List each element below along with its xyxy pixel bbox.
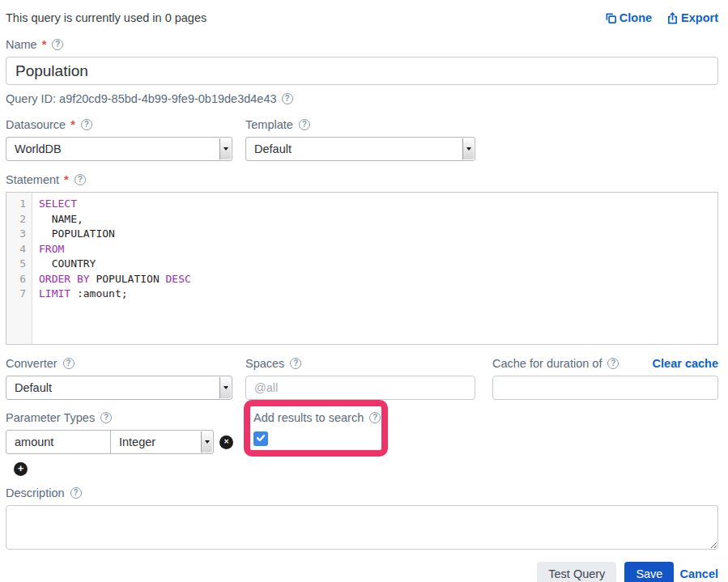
parameter-types-label: Parameter Types ? xyxy=(6,411,245,424)
code-line: 5 COUNTRY xyxy=(6,257,717,272)
add-results-label: Add results to search ? xyxy=(253,411,381,424)
code-line: 2 NAME, xyxy=(6,212,717,227)
spaces-field: Spaces ? xyxy=(245,357,475,400)
required-marker: * xyxy=(64,173,69,186)
usage-text: This query is currently used in 0 pages xyxy=(6,11,206,24)
template-field: Template ? Default xyxy=(245,118,475,161)
spaces-input[interactable] xyxy=(245,376,475,400)
converter-field: Converter ? Default xyxy=(6,357,232,400)
converter-label: Converter ? xyxy=(6,357,232,370)
editor-lines: 1SELECT2 NAME,3 POPULATION4FROM5 COUNTRY… xyxy=(6,197,717,302)
top-bar: This query is currently used in 0 pages … xyxy=(6,11,718,24)
datasource-field: Datasource * ? WorldDB xyxy=(6,118,232,161)
description-label: Description ? xyxy=(6,486,718,499)
test-query-button[interactable]: Test Query xyxy=(537,562,616,582)
code-line: 7LIMIT :amount; xyxy=(6,287,717,302)
add-results-field: Add results to search ? xyxy=(253,411,381,446)
required-marker: * xyxy=(70,118,75,131)
query-editor-page: This query is currently used in 0 pages … xyxy=(0,0,728,582)
parameter-types-field: Parameter Types ? Integer ✕ + xyxy=(6,411,245,476)
add-parameter-button[interactable]: + xyxy=(14,462,28,476)
code-line: 6ORDER BY POPULATION DESC xyxy=(6,272,717,287)
check-icon xyxy=(256,431,266,446)
help-icon[interactable]: ? xyxy=(75,174,86,185)
datasource-select[interactable]: WorldDB xyxy=(6,137,232,161)
form-actions: Test Query Save Cancel xyxy=(6,562,718,582)
cancel-button[interactable]: Cancel xyxy=(679,567,718,580)
dropdown-arrow-icon xyxy=(201,431,212,452)
highlight-annotation xyxy=(244,400,388,457)
help-icon[interactable]: ? xyxy=(63,358,75,369)
help-icon[interactable]: ? xyxy=(369,412,381,423)
datasource-template-row: Datasource * ? WorldDB Template ? Defaul… xyxy=(6,118,718,161)
clear-cache-button[interactable]: Clear cache xyxy=(653,357,718,370)
help-icon[interactable]: ? xyxy=(290,358,301,369)
parameter-name-input[interactable] xyxy=(6,430,111,454)
cache-duration-input[interactable] xyxy=(492,376,718,400)
description-field: Description ? xyxy=(6,486,718,553)
dropdown-arrow-icon xyxy=(219,377,231,398)
add-results-checkbox[interactable] xyxy=(253,431,268,446)
name-input[interactable] xyxy=(6,57,718,85)
template-selected-value: Default xyxy=(254,142,292,155)
parameter-type-select[interactable]: Integer xyxy=(110,430,214,454)
sql-code-editor[interactable]: 1SELECT2 NAME,3 POPULATION4FROM5 COUNTRY… xyxy=(6,192,718,345)
help-icon[interactable]: ? xyxy=(52,39,63,50)
statement-field: Statement * ? 1SELECT2 NAME,3 POPULATION… xyxy=(6,173,718,345)
spaces-label: Spaces ? xyxy=(245,357,475,370)
export-icon xyxy=(666,12,679,24)
template-select[interactable]: Default xyxy=(245,137,475,161)
help-icon[interactable]: ? xyxy=(81,119,92,130)
dropdown-arrow-icon xyxy=(219,138,231,159)
help-icon[interactable]: ? xyxy=(607,358,619,369)
dropdown-arrow-icon xyxy=(462,138,474,159)
top-actions: Clone Export xyxy=(605,11,718,24)
help-icon[interactable]: ? xyxy=(282,93,293,104)
template-label: Template ? xyxy=(245,118,475,131)
remove-parameter-button[interactable]: ✕ xyxy=(219,435,233,449)
datasource-label: Datasource * ? xyxy=(6,118,232,131)
help-icon[interactable]: ? xyxy=(100,412,112,423)
export-label: Export xyxy=(681,11,718,24)
datasource-selected-value: WorldDB xyxy=(15,142,62,155)
required-marker: * xyxy=(42,38,47,51)
converter-selected-value: Default xyxy=(15,381,52,394)
query-id: Query ID: a9f20cd9-85bd-4b99-9fe9-0b19de… xyxy=(6,92,718,105)
name-label: Name * ? xyxy=(6,38,718,51)
name-field: Name * ? xyxy=(6,38,718,85)
statement-label: Statement * ? xyxy=(6,173,718,186)
description-textarea[interactable] xyxy=(6,505,718,550)
cache-field: Cache for duration of ? Clear cache xyxy=(492,357,718,400)
save-button[interactable]: Save xyxy=(624,562,674,582)
clone-button[interactable]: Clone xyxy=(605,11,652,24)
export-button[interactable]: Export xyxy=(666,11,718,24)
code-line: 3 POPULATION xyxy=(6,227,717,242)
converter-spaces-cache-row: Converter ? Default Spaces ? Cache for d… xyxy=(6,357,718,400)
clone-icon xyxy=(605,12,617,24)
clone-label: Clone xyxy=(619,11,652,24)
help-icon[interactable]: ? xyxy=(70,487,82,499)
remove-icon: ✕ xyxy=(224,439,229,445)
plus-icon: + xyxy=(18,463,24,474)
parameter-type-selected-value: Integer xyxy=(119,435,155,448)
code-line: 1SELECT xyxy=(6,197,717,212)
parameter-row: Integer ✕ xyxy=(6,430,245,454)
converter-select[interactable]: Default xyxy=(6,376,232,400)
parameters-section: Parameter Types ? Integer ✕ + xyxy=(6,411,718,476)
code-line: 4FROM xyxy=(6,242,717,257)
help-icon[interactable]: ? xyxy=(299,119,310,130)
cache-label: Cache for duration of ? xyxy=(492,357,619,370)
